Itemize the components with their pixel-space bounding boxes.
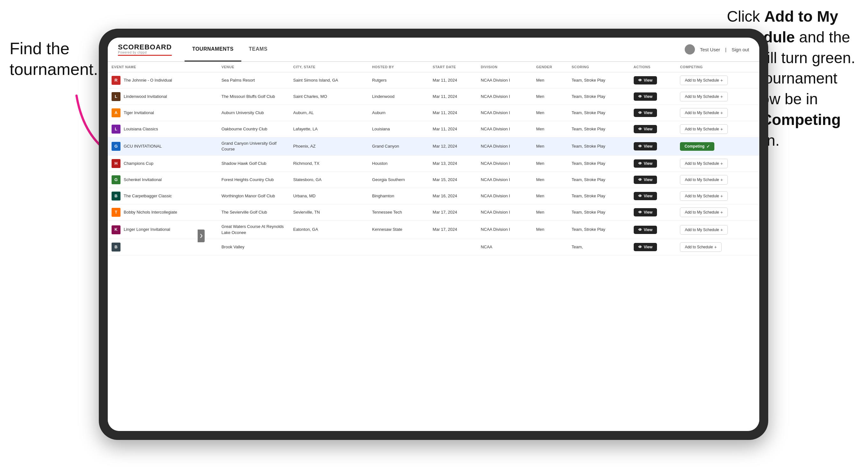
cell-venue: Brook Valley xyxy=(218,239,289,255)
cell-scoring: Team, Stroke Play xyxy=(568,188,629,204)
view-button[interactable]: 👁View xyxy=(634,109,657,117)
cell-division: NCAA Division I xyxy=(477,72,532,89)
table-row: BThe Carpetbagger ClassicWorthington Man… xyxy=(108,188,759,204)
cell-start-date: Mar 12, 2024 xyxy=(429,137,477,156)
header-right: Test User | Sign out xyxy=(685,44,749,55)
cell-competing: Competing✓ xyxy=(676,137,759,156)
cell-gender: Men xyxy=(532,72,568,89)
plus-icon: + xyxy=(714,245,717,250)
cell-competing: Add to My Schedule+ xyxy=(676,172,759,188)
view-button[interactable]: 👁View xyxy=(634,142,657,151)
add-to-schedule-button[interactable]: Add to My Schedule+ xyxy=(680,108,728,118)
add-to-schedule-button[interactable]: Add to My Schedule+ xyxy=(680,175,728,185)
event-name-text: GCU INVITATIONAL xyxy=(124,144,162,149)
cell-hosted-by: Georgia Southern xyxy=(368,172,429,188)
cell-scoring: Team, Stroke Play xyxy=(568,137,629,156)
tablet-side-nav[interactable] xyxy=(198,229,205,242)
add-to-schedule-button[interactable]: Add to My Schedule+ xyxy=(680,159,728,168)
eye-icon: 👁 xyxy=(638,210,642,215)
event-name-text: The Carpetbagger Classic xyxy=(124,193,172,199)
cell-actions: 👁View xyxy=(630,239,676,255)
eye-icon: 👁 xyxy=(638,94,642,99)
view-button[interactable]: 👁View xyxy=(634,192,657,200)
cell-actions: 👁View xyxy=(630,72,676,89)
cell-gender: Men xyxy=(532,137,568,156)
cell-hosted-by: Lindenwood xyxy=(368,89,429,105)
cell-venue: Grand Canyon University Golf Course xyxy=(218,137,289,156)
add-to-schedule-button[interactable]: Add to My Schedule+ xyxy=(680,75,728,85)
plus-icon: + xyxy=(720,161,723,166)
tab-teams[interactable]: TEAMS xyxy=(241,38,275,62)
cell-scoring: Team, Stroke Play xyxy=(568,89,629,105)
cell-competing: Add to My Schedule+ xyxy=(676,105,759,121)
team-logo: T xyxy=(112,208,121,217)
view-button[interactable]: 👁View xyxy=(634,226,657,234)
plus-icon: + xyxy=(720,193,723,198)
eye-icon: 👁 xyxy=(638,178,642,182)
cell-venue: The Sevierville Golf Club xyxy=(218,204,289,221)
cell-venue: Shadow Hawk Golf Club xyxy=(218,156,289,172)
view-button[interactable]: 👁View xyxy=(634,176,657,184)
cell-scoring: Team, Stroke Play xyxy=(568,121,629,137)
cell-event-name: RThe Johnnie - O Individual xyxy=(108,72,218,89)
event-name-text: The Johnnie - O Individual xyxy=(124,77,172,83)
cell-start-date: Mar 11, 2024 xyxy=(429,121,477,137)
table-row: TBobby Nichols IntercollegiateThe Sevier… xyxy=(108,204,759,221)
cell-gender: Men xyxy=(532,156,568,172)
table-row: GGCU INVITATIONALGrand Canyon University… xyxy=(108,137,759,156)
cell-hosted-by: Kennesaw State xyxy=(368,221,429,239)
cell-city-state: Urbana, MD xyxy=(289,188,369,204)
cell-competing: Add to My Schedule+ xyxy=(676,221,759,239)
add-to-schedule-button[interactable]: Add to My Schedule+ xyxy=(680,92,728,101)
check-icon: ✓ xyxy=(706,144,710,149)
event-name-text: Louisiana Classics xyxy=(124,126,158,132)
col-city-state: CITY, STATE xyxy=(289,62,369,72)
table-row: LLouisiana ClassicsOakbourne Country Clu… xyxy=(108,121,759,137)
competing-button[interactable]: Competing✓ xyxy=(680,142,714,151)
cell-division: NCAA Division I xyxy=(477,121,532,137)
add-to-schedule-button[interactable]: Add to Schedule+ xyxy=(680,242,721,252)
event-name-text: Linger Longer Invitational xyxy=(124,227,170,232)
team-logo: H xyxy=(112,159,121,168)
view-button[interactable]: 👁View xyxy=(634,92,657,101)
cell-scoring: Team, Stroke Play xyxy=(568,172,629,188)
cell-event-name: GSchenkel Invitational xyxy=(108,172,218,188)
add-to-schedule-button[interactable]: Add to My Schedule+ xyxy=(680,208,728,217)
cell-hosted-by: Binghamton xyxy=(368,188,429,204)
cell-hosted-by: Tennessee Tech xyxy=(368,204,429,221)
team-logo: B xyxy=(112,192,121,200)
cell-gender: Men xyxy=(532,188,568,204)
plus-icon: + xyxy=(720,110,723,115)
team-logo: B xyxy=(112,243,121,251)
view-button[interactable]: 👁View xyxy=(634,243,657,251)
cell-event-name: GGCU INVITATIONAL xyxy=(108,137,218,156)
view-button[interactable]: 👁View xyxy=(634,208,657,216)
cell-division: NCAA Division I xyxy=(477,172,532,188)
sign-out-link[interactable]: Sign out xyxy=(732,47,749,52)
view-button[interactable]: 👁View xyxy=(634,76,657,85)
tournaments-table: EVENT NAME VENUE CITY, STATE HOSTED BY S… xyxy=(108,62,759,255)
cell-city-state: Phoenix, AZ xyxy=(289,137,369,156)
user-name: Test User xyxy=(700,47,720,52)
cell-competing: Add to My Schedule+ xyxy=(676,121,759,137)
table-row: LLindenwood InvitationalThe Missouri Blu… xyxy=(108,89,759,105)
view-button[interactable]: 👁View xyxy=(634,125,657,133)
event-name-text: Bobby Nichols Intercollegiate xyxy=(124,210,177,215)
cell-event-name: TBobby Nichols Intercollegiate xyxy=(108,204,218,221)
view-button[interactable]: 👁View xyxy=(634,159,657,168)
cell-competing: Add to My Schedule+ xyxy=(676,204,759,221)
add-to-schedule-button[interactable]: Add to My Schedule+ xyxy=(680,124,728,134)
add-to-schedule-button[interactable]: Add to My Schedule+ xyxy=(680,225,728,235)
eye-icon: 👁 xyxy=(638,144,642,149)
tablet-frame: SCOREBOARD Powered by clippd TOURNAMENTS… xyxy=(99,29,768,440)
tab-tournaments[interactable]: TOURNAMENTS xyxy=(185,38,241,62)
event-name-text: Lindenwood Invitational xyxy=(124,94,167,99)
cell-division: NCAA Division I xyxy=(477,137,532,156)
event-name-text: Champions Cup xyxy=(124,161,153,166)
cell-start-date: Mar 11, 2024 xyxy=(429,105,477,121)
cell-event-name: LLindenwood Invitational xyxy=(108,89,218,105)
cell-division: NCAA Division I xyxy=(477,221,532,239)
user-avatar xyxy=(685,44,695,55)
add-to-schedule-button[interactable]: Add to My Schedule+ xyxy=(680,191,728,201)
plus-icon: + xyxy=(720,227,723,232)
